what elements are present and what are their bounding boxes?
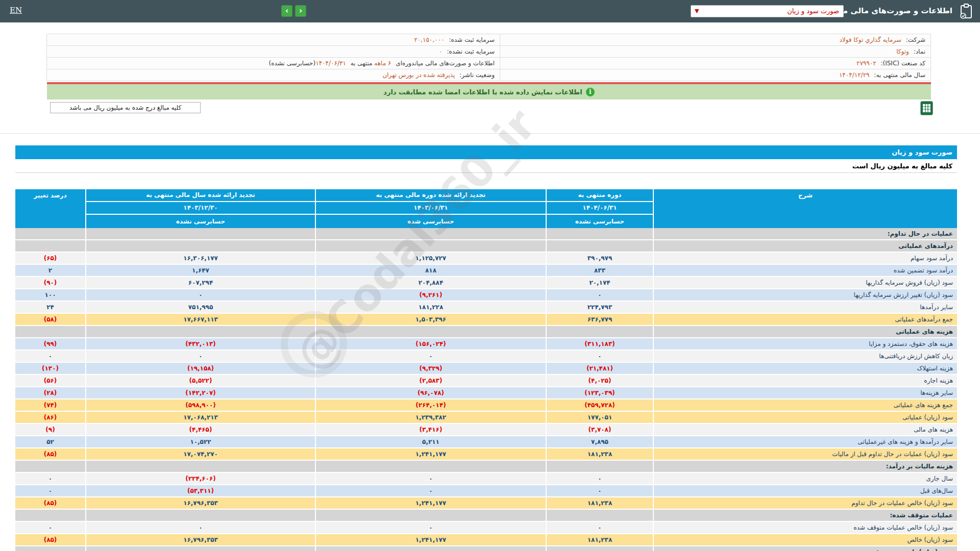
row-value-restated-period: ۱۸۱,۲۲۸: [316, 302, 546, 313]
row-percent-change: [15, 461, 85, 472]
excel-export-icon[interactable]: [920, 101, 933, 115]
row-value-restated-period: ۰: [316, 485, 546, 496]
row-percent-change: ۲: [15, 265, 85, 276]
isic-value: ۲۷۹۹۰۲: [856, 60, 876, 67]
registered-capital-label: سرمایه ثبت شده:: [449, 36, 495, 43]
row-label: هزینه اجاره: [654, 375, 957, 386]
row-value-restated-year: ۱,۶۴۷: [86, 265, 315, 276]
row-value-restated-year: ۰: [86, 350, 315, 362]
symbol-label: نماد:: [914, 48, 925, 55]
row-value-restated-period: ۱,۲۴۱,۱۷۷: [316, 448, 546, 460]
row-value-current: ۰: [547, 289, 653, 300]
table-row: هزینه های عملیاتی: [15, 326, 957, 337]
table-row: عملیات در حال تداوم:: [15, 228, 957, 239]
table-row: عملیات متوقف شده:: [15, 510, 957, 521]
row-percent-change: ۲۴: [15, 302, 85, 313]
row-percent-change: [15, 228, 85, 239]
registered-capital-value: ۲۰,۱۵۰,۰۰۰: [414, 36, 444, 43]
row-label: درآمد سود سهام: [654, 253, 957, 264]
row-value-restated-year: (۲۲۴,۶۰۶): [86, 473, 315, 484]
row-value-restated-period: ۱,۱۲۵,۷۲۷: [316, 253, 546, 264]
table-row: سایر درآمدها ۲۲۴,۷۹۳ ۱۸۱,۲۲۸ ۷۵۱,۹۹۵ ۲۴: [15, 302, 957, 313]
row-label: هزینه مالیات بر درآمد:: [654, 461, 957, 472]
table-row: درآمد سود تضمین شده ۸۳۳ ۸۱۸ ۱,۶۴۷ ۲: [15, 265, 957, 276]
row-value-restated-period: (۲۶۴,۰۱۴): [316, 399, 546, 411]
language-toggle-en[interactable]: EN: [10, 6, 22, 15]
header-current-audit: حسابرسی نشده: [547, 215, 653, 228]
row-value-restated-period: [316, 546, 546, 551]
table-row: سال‌های قبل ۰ ۰ (۵۳,۳۱۱) ۰: [15, 485, 957, 496]
row-value-current: ۳۹۰,۹۷۹: [547, 253, 653, 264]
row-value-restated-period: ۱,۲۴۱,۱۷۷: [316, 497, 546, 509]
row-label: سود (زیان) عملیاتی: [654, 412, 957, 423]
next-report-button[interactable]: ›: [281, 5, 292, 17]
table-row: هزینه های حقوق، دستمزد و مزایا (۳۱۱,۱۸۳)…: [15, 338, 957, 349]
statement-period-text2: منتهی به: [349, 60, 374, 67]
header-current-date: ۱۴۰۴/۰۶/۳۱: [547, 202, 653, 214]
table-row: هزینه های مالی (۳,۷۰۸) (۳,۴۱۶) (۴,۴۶۵) (…: [15, 424, 957, 435]
row-value-restated-year: ۰: [86, 289, 315, 300]
row-label: سال‌های قبل: [654, 485, 957, 496]
table-row: درآمد سود سهام ۳۹۰,۹۷۹ ۱,۱۲۵,۷۲۷ ۱۶,۳۰۶,…: [15, 253, 957, 264]
row-value-restated-year: (۱۴۲,۲۰۷): [86, 387, 315, 398]
row-percent-change: [15, 510, 85, 521]
row-value-current: (۳۱۱,۱۸۳): [547, 338, 653, 349]
report-type-dropdown[interactable]: ▼ صورت سود و زیان: [691, 5, 844, 17]
row-value-restated-period: [316, 510, 546, 521]
row-value-restated-period: ۵,۲۱۱: [316, 436, 546, 447]
row-value-restated-period: ۰: [316, 522, 546, 533]
table-row: هزینه مالیات بر درآمد:: [15, 461, 957, 472]
statement-period-text: اطلاعات و صورت‌های مالی میاندوره‌ای: [394, 60, 495, 67]
row-label: عملیات در حال تداوم:: [654, 228, 957, 239]
row-value-current: ۰: [547, 522, 653, 533]
row-label: سود (زیان) خالص عملیات متوقف شده: [654, 522, 957, 533]
publisher-status-label: وضعیت ناشر:: [459, 71, 495, 79]
row-percent-change: (۵۶): [15, 375, 85, 386]
row-value-restated-year: ۱۶,۷۹۶,۳۵۳: [86, 497, 315, 509]
row-value-restated-period: (۹,۳۲۹): [316, 363, 546, 374]
row-value-current: (۴۵۹,۷۲۸): [547, 399, 653, 411]
row-label: عملیات متوقف شده:: [654, 510, 957, 521]
row-value-restated-year: [86, 326, 315, 337]
publisher-status-value: پذیرفته شده در بورس تهران: [382, 71, 455, 79]
table-row: سود (زیان) تغییر ارزش سرمایه گذاریها ۰ (…: [15, 289, 957, 300]
row-value-current: ۱۸۱,۲۳۸: [547, 448, 653, 460]
header-restated-year-audit: حسابرسی نشده: [86, 215, 315, 228]
header-current-label: دوره منتهی به: [547, 189, 653, 201]
header-restated-period-audit: حسابرسی شده: [316, 215, 546, 228]
row-value-current: (۱۲۳,۰۳۹): [547, 387, 653, 398]
table-row: سایر هزینه‌ها (۱۲۳,۰۳۹) (۹۶,۰۷۸) (۱۴۲,۲۰…: [15, 387, 957, 398]
row-percent-change: (۹۹): [15, 338, 85, 349]
statement-period-months: ۶ ماهه: [374, 60, 391, 67]
report-type-value: صورت سود و زیان: [787, 7, 839, 15]
row-label: هزینه استهلاک: [654, 363, 957, 374]
row-value-restated-period: ۸۱۸: [316, 265, 546, 276]
row-value-restated-period: (۲,۵۸۳): [316, 375, 546, 386]
row-value-current: (۲۱,۴۸۱): [547, 363, 653, 374]
row-label: درآمد سود تضمین شده: [654, 265, 957, 276]
row-value-current: ۱۸۱,۲۳۸: [547, 497, 653, 509]
previous-report-button[interactable]: ‹: [295, 5, 306, 17]
header-percent-change: درصد تغییر: [15, 189, 85, 228]
row-value-restated-year: ۱۷,۶۶۷,۱۱۳: [86, 314, 315, 325]
row-value-current: ۲۲۴,۷۹۳: [547, 302, 653, 313]
income-statement-section: صورت سود و زیان کلیه مبالغ به میلیون ریا…: [15, 145, 957, 551]
row-value-current: ۶۳۶,۷۷۹: [547, 314, 653, 325]
table-row: هزینه استهلاک (۲۱,۴۸۱) (۹,۳۲۹) (۱۹,۱۵۸) …: [15, 363, 957, 374]
row-percent-change: (۷۴): [15, 399, 85, 411]
row-value-restated-period: ۰: [316, 350, 546, 362]
row-value-current: ۱۸۱,۲۳۸: [547, 534, 653, 545]
row-value-restated-year: ۱۶,۷۹۶,۳۵۳: [86, 534, 315, 545]
row-value-restated-period: [316, 228, 546, 239]
unregistered-capital-label: سرمایه ثبت نشده:: [447, 48, 495, 55]
row-label: جمع هزینه های عملیاتی: [654, 399, 957, 411]
row-value-restated-year: (۱۹,۱۵۸): [86, 363, 315, 374]
isic-label: کد صنعت (ISIC):: [880, 60, 925, 67]
section-divider: [0, 133, 980, 134]
row-value-restated-period: (۳,۴۱۶): [316, 424, 546, 435]
row-percent-change: (۲۸): [15, 387, 85, 398]
row-percent-change: (۹۰): [15, 277, 85, 288]
row-label: درآمدهای عملیاتی: [654, 240, 957, 252]
topbar: اطلاعات و صورت‌های مالی میاندوره‌ای ▼ صو…: [0, 0, 980, 22]
isic-cell: کد صنعت (ISIC): ۲۷۹۹۰۲: [500, 58, 930, 69]
